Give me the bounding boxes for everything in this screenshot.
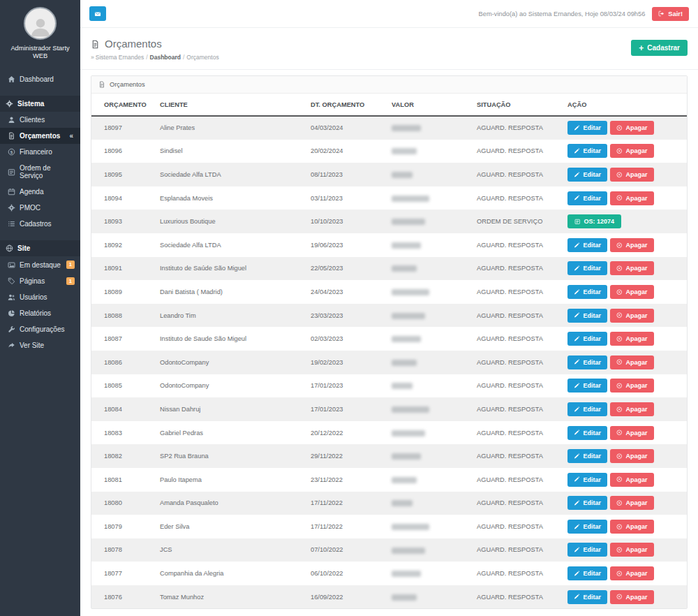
- sidebar-item-dashboard[interactable]: Dashboard: [0, 71, 80, 87]
- sidebar-item-clientes[interactable]: Clientes: [0, 112, 80, 128]
- breadcrumb-item[interactable]: Sistema Ernandes: [96, 54, 144, 61]
- page-title: Orçamentos: [91, 38, 219, 50]
- delete-button-label: Apagar: [626, 382, 648, 389]
- delete-button[interactable]: Apagar: [610, 473, 654, 487]
- sidebar-item-cadastros[interactable]: Cadastros: [0, 216, 80, 232]
- delete-button-label: Apagar: [626, 430, 648, 437]
- sidebar-item-orcamentos[interactable]: Orçamentos«: [0, 128, 80, 144]
- table-row: 18081Paulo Itapema23/11/2022AGUARD. RESP…: [91, 468, 687, 492]
- edit-button[interactable]: Editar: [567, 426, 607, 440]
- logout-label: Sair!: [668, 10, 683, 17]
- delete-button-label: Apagar: [626, 147, 648, 154]
- delete-button[interactable]: Apagar: [610, 238, 654, 252]
- sidebar-item-label: Páginas: [20, 277, 45, 285]
- circle-x-icon: [616, 524, 623, 530]
- cell-situacao: AGUARD. RESPOSTA: [471, 163, 562, 186]
- circle-x-icon: [616, 195, 623, 201]
- delete-button[interactable]: Apagar: [610, 426, 654, 440]
- breadcrumb-item[interactable]: Orçamentos: [186, 54, 218, 61]
- breadcrumb-item[interactable]: Dashboard: [150, 54, 181, 61]
- delete-button[interactable]: Apagar: [610, 402, 654, 416]
- logout-button[interactable]: Sair!: [652, 7, 689, 21]
- delete-button[interactable]: Apagar: [610, 566, 654, 580]
- cell-cliente: Aline Prates: [154, 116, 305, 140]
- cell-dt-orcamento: 20/02/2024: [305, 140, 386, 163]
- edit-button[interactable]: Editar: [567, 543, 607, 557]
- delete-button[interactable]: Apagar: [610, 355, 654, 369]
- sidebar-item-configuracoes[interactable]: Configurações: [0, 321, 80, 337]
- sidebar-item-usuarios[interactable]: Usuários: [0, 289, 80, 305]
- circle-x-icon: [616, 476, 623, 483]
- delete-button[interactable]: Apagar: [610, 379, 654, 393]
- sidebar-item-relatorios[interactable]: Relatórios: [0, 305, 80, 321]
- delete-button[interactable]: Apagar: [610, 144, 654, 158]
- os-button[interactable]: OS: 12074: [567, 214, 621, 228]
- edit-button[interactable]: Editar: [567, 285, 607, 299]
- cell-valor: [386, 163, 471, 186]
- sidebar-item-ordem-de-servico[interactable]: Ordem de Serviço: [0, 160, 80, 184]
- table-row: 18095Sociedade Alfa LTDA08/11/2023AGUARD…: [91, 163, 687, 186]
- orcamentos-panel: Orçamentos ORÇAMENTOCLIENTEDT. ORÇAMENTO…: [91, 75, 688, 609]
- edit-button[interactable]: Editar: [567, 566, 607, 580]
- sidebar-item-agenda[interactable]: Agenda: [0, 184, 80, 200]
- delete-button[interactable]: Apagar: [610, 449, 654, 463]
- pencil-icon: [574, 524, 580, 530]
- add-button[interactable]: + Cadastrar: [631, 40, 688, 56]
- sidebar-item-financeiro[interactable]: $Financeiro: [0, 144, 80, 160]
- circle-x-icon: [616, 336, 623, 342]
- sidebar-item-ver-site[interactable]: Ver Site: [0, 337, 80, 353]
- edit-button[interactable]: Editar: [567, 473, 607, 487]
- delete-button[interactable]: Apagar: [610, 590, 654, 604]
- delete-button[interactable]: Apagar: [610, 191, 654, 205]
- edit-button[interactable]: Editar: [567, 121, 607, 135]
- delete-button[interactable]: Apagar: [610, 332, 654, 346]
- cell-situacao: AGUARD. RESPOSTA: [471, 233, 562, 257]
- cell-situacao: AGUARD. RESPOSTA: [471, 116, 562, 140]
- edit-button[interactable]: Editar: [567, 261, 607, 275]
- edit-button[interactable]: Editar: [567, 332, 607, 346]
- cell-situacao: AGUARD. RESPOSTA: [471, 492, 562, 515]
- edit-button[interactable]: Editar: [567, 520, 607, 534]
- circle-x-icon: [616, 359, 623, 365]
- edit-button[interactable]: Editar: [567, 238, 607, 252]
- sidebar-section-sistema[interactable]: Sistema: [0, 96, 80, 112]
- app-window: Administrador Starty WEB DashboardSistem…: [0, 0, 698, 616]
- delete-button-label: Apagar: [626, 265, 648, 272]
- valor-redacted: [392, 336, 421, 342]
- sidebar-item-paginas[interactable]: Páginas1: [0, 273, 80, 290]
- edit-button[interactable]: Editar: [567, 496, 607, 510]
- main-area: Bem-vindo(a) ao Sistema Ernandes, Hoje 0…: [80, 0, 698, 616]
- cell-valor: [386, 116, 471, 140]
- delete-button[interactable]: Apagar: [610, 121, 654, 135]
- edit-button[interactable]: Editar: [567, 168, 607, 182]
- delete-button[interactable]: Apagar: [610, 285, 654, 299]
- delete-button[interactable]: Apagar: [610, 543, 654, 557]
- delete-button[interactable]: Apagar: [610, 168, 654, 182]
- edit-button[interactable]: Editar: [567, 590, 607, 604]
- pencil-icon: [574, 453, 580, 460]
- valor-redacted: [392, 548, 425, 554]
- sidebar-item-em-destaque[interactable]: Em destaque1: [0, 256, 80, 273]
- delete-button[interactable]: Apagar: [610, 309, 654, 323]
- sidebar-section-site[interactable]: Site: [0, 240, 80, 256]
- edit-button[interactable]: Editar: [567, 355, 607, 369]
- delete-button[interactable]: Apagar: [610, 520, 654, 534]
- edit-button[interactable]: Editar: [567, 144, 607, 158]
- edit-button[interactable]: Editar: [567, 402, 607, 416]
- cell-situacao: AGUARD. RESPOSTA: [471, 515, 562, 538]
- sidebar-item-pmoc[interactable]: PMOC: [0, 200, 80, 216]
- cell-situacao: AGUARD. RESPOSTA: [471, 186, 562, 210]
- valor-redacted: [392, 453, 421, 460]
- edit-button[interactable]: Editar: [567, 191, 607, 205]
- delete-button[interactable]: Apagar: [610, 261, 654, 275]
- delete-button[interactable]: Apagar: [610, 496, 654, 510]
- sidebar-item-label: Clientes: [20, 116, 45, 124]
- edit-button[interactable]: Editar: [567, 449, 607, 463]
- edit-button[interactable]: Editar: [567, 309, 607, 323]
- sidebar-toggle-button[interactable]: [89, 6, 106, 21]
- edit-button[interactable]: Editar: [567, 379, 607, 393]
- table-row: 18077Companhia da Alegria06/10/2022AGUAR…: [91, 562, 687, 585]
- user-profile: Administrador Starty WEB: [0, 0, 80, 66]
- avatar[interactable]: [24, 7, 57, 40]
- cell-acao: EditarApagar: [562, 140, 687, 163]
